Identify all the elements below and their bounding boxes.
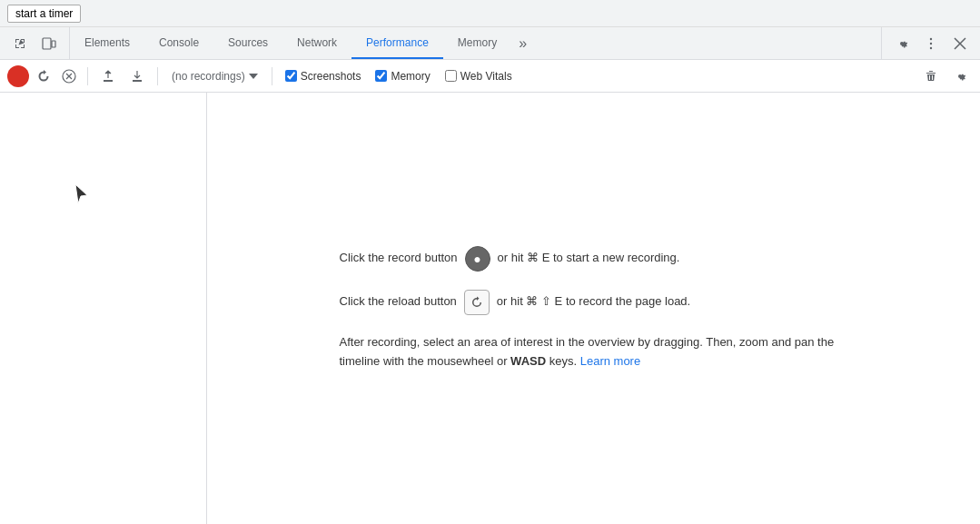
- cursor-indicator: [73, 183, 91, 208]
- learn-more-link[interactable]: Learn more: [580, 354, 640, 368]
- svg-point-2: [930, 37, 932, 39]
- tab-network[interactable]: Network: [282, 27, 351, 59]
- screenshots-checkbox[interactable]: [285, 70, 297, 82]
- reload-shortcut-text: or hit ⌘ ⇧ E to record the page load.: [497, 292, 690, 311]
- tab-console[interactable]: Console: [144, 27, 213, 59]
- tab-more-button[interactable]: »: [511, 27, 534, 59]
- toolbar-separator-2: [157, 67, 158, 85]
- record-shortcut-text: or hit ⌘ E to start a new recording.: [498, 249, 680, 268]
- toolbar-separator-3: [272, 67, 272, 85]
- web-vitals-group: Web Vitals: [440, 70, 518, 83]
- right-panel: Click the record button ● or hit ⌘ E to …: [207, 93, 980, 524]
- clear-button[interactable]: [58, 65, 80, 87]
- close-devtools-button[interactable]: [947, 31, 973, 56]
- reload-instruction: Click the reload button or hit ⌘ ⇧ E to …: [340, 290, 848, 315]
- tab-sources[interactable]: Sources: [213, 27, 282, 59]
- memory-checkbox-label[interactable]: Memory: [375, 70, 430, 83]
- record-icon-inline: ●: [465, 246, 490, 272]
- screenshots-group: Screenshots: [280, 70, 367, 83]
- main-content: Click the record button ● or hit ⌘ E to …: [0, 93, 980, 524]
- memory-group: Memory: [370, 70, 435, 83]
- svg-rect-7: [133, 80, 142, 82]
- reload-icon-inline: [464, 290, 490, 315]
- tab-memory[interactable]: Memory: [443, 27, 511, 59]
- delete-recordings-button[interactable]: [918, 64, 944, 89]
- record-instruction: Click the record button ● or hit ⌘ E to …: [340, 246, 848, 272]
- note-bold: WASD: [510, 354, 546, 368]
- note-suffix: keys.: [546, 354, 577, 368]
- reload-instruction-text: Click the reload button: [340, 292, 457, 311]
- download-button[interactable]: [124, 64, 150, 89]
- record-button[interactable]: [7, 65, 29, 87]
- reload-button[interactable]: [33, 65, 54, 87]
- webpage-bar: start a timer: [0, 0, 980, 27]
- left-panel: [0, 93, 207, 524]
- tab-performance[interactable]: Performance: [351, 27, 443, 59]
- settings-button[interactable]: [889, 31, 915, 56]
- note-text: After recording, select an area of inter…: [340, 333, 848, 371]
- devtools-tab-bar: Elements Console Sources Network Perform…: [0, 27, 980, 60]
- devtools-icons-right: [881, 27, 980, 59]
- devtools-tabs: Elements Console Sources Network Perform…: [70, 27, 881, 59]
- svg-point-3: [930, 42, 932, 44]
- devtools-panel: Elements Console Sources Network Perform…: [0, 27, 980, 524]
- web-vitals-checkbox-label[interactable]: Web Vitals: [445, 70, 512, 83]
- web-vitals-label: Web Vitals: [460, 70, 512, 83]
- web-vitals-checkbox[interactable]: [445, 70, 457, 82]
- svg-rect-6: [104, 80, 113, 82]
- capture-settings-button[interactable]: [947, 64, 973, 89]
- instructions-container: Click the record button ● or hit ⌘ E to …: [322, 228, 866, 390]
- tab-elements[interactable]: Elements: [70, 27, 144, 59]
- screenshots-checkbox-label[interactable]: Screenshots: [285, 70, 361, 83]
- svg-rect-0: [43, 38, 51, 49]
- memory-checkbox[interactable]: [375, 70, 387, 82]
- upload-button[interactable]: [95, 64, 121, 89]
- devtools-icons-left: [0, 27, 70, 59]
- recordings-dropdown[interactable]: (no recordings): [165, 64, 264, 88]
- start-timer-button[interactable]: start a timer: [7, 5, 81, 23]
- performance-toolbar: (no recordings) Screenshots Memory Web V…: [0, 60, 980, 93]
- svg-rect-1: [52, 41, 55, 47]
- more-options-button[interactable]: [918, 31, 944, 56]
- svg-point-4: [930, 46, 932, 48]
- screenshots-label: Screenshots: [301, 70, 361, 83]
- inspect-element-button[interactable]: [7, 31, 33, 56]
- toolbar-separator-1: [87, 67, 88, 85]
- memory-label: Memory: [391, 70, 430, 83]
- device-toggle-button[interactable]: [36, 31, 62, 56]
- record-instruction-text: Click the record button: [340, 249, 458, 268]
- recordings-value: (no recordings): [172, 70, 245, 83]
